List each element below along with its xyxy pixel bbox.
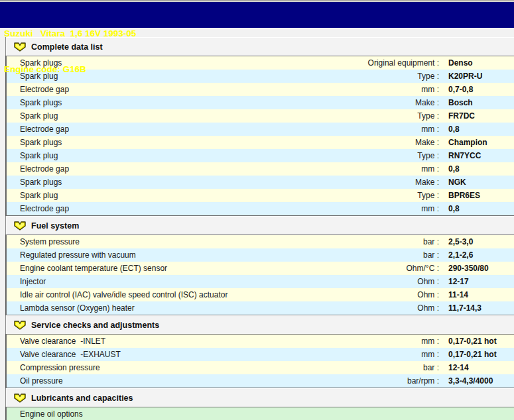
data-row[interactable]: Engine oil options	[7, 407, 514, 420]
data-row: Injector Ohm : 12-17	[7, 275, 514, 288]
row-value: 3,3-4,3/4000	[439, 376, 514, 386]
data-row: Valve clearance -INLET mm : 0,17-0,21 ho…	[7, 335, 514, 348]
data-row: Regulated pressure with vacuum bar : 2,1…	[7, 248, 514, 262]
section: Lubricants and capacities Engine oil opt…	[6, 388, 514, 420]
data-row: Spark plug Type : BPR6ES	[7, 189, 514, 202]
row-label: Spark plug	[20, 111, 58, 121]
section-rows-panel: Engine oil options	[6, 407, 514, 420]
row-key: Ohm :	[46, 277, 439, 286]
section-rows-panel: System pressure bar : 2,5-3,0 Regulated …	[6, 235, 514, 315]
row-label: System pressure	[20, 237, 80, 246]
row-label: Electrode gap	[20, 164, 69, 174]
row-key: Type :	[58, 151, 439, 160]
data-row: Compression pressure bar : 12-14	[7, 361, 514, 374]
data-row: System pressure bar : 2,5-3,0	[7, 235, 514, 248]
data-row: Electrode gap mm : 0,8	[7, 202, 514, 215]
section-header[interactable]: Complete data list	[6, 37, 514, 56]
section-marker-icon	[13, 393, 27, 403]
row-value: 0,17-0,21 hot	[439, 337, 514, 346]
data-row: Spark plugs Make : NGK	[7, 176, 514, 189]
row-label: Spark plugs	[20, 178, 62, 187]
row-key: Type :	[58, 72, 439, 81]
row-key: Type :	[58, 191, 439, 200]
data-row: Electrode gap mm : 0,8	[7, 123, 514, 136]
row-value: 11,7-14,3	[439, 303, 514, 313]
row-label: Spark plugs	[20, 58, 62, 68]
row-label: Engine coolant temperature (ECT) sensor	[20, 264, 167, 273]
row-value: 0,17-0,21 hot	[439, 350, 514, 359]
section-title: Service checks and adjustments	[31, 321, 159, 330]
row-label: Spark plug	[20, 151, 58, 160]
row-value: FR7DC	[439, 111, 514, 121]
row-value: RN7YCC	[439, 151, 514, 160]
row-key: mm :	[69, 204, 439, 213]
row-key: mm :	[69, 85, 439, 94]
data-row: Valve clearance -EXHAUST mm : 0,17-0,21 …	[7, 348, 514, 361]
row-label: Electrode gap	[20, 85, 69, 94]
row-key: mm :	[69, 164, 439, 174]
row-value: 2,5-3,0	[439, 237, 514, 246]
row-key: Make :	[62, 98, 439, 107]
row-label: Idle air control (IAC) valve/idle speed …	[20, 290, 227, 299]
row-label: Electrode gap	[20, 204, 69, 213]
row-key: mm :	[69, 125, 439, 134]
row-key: Ohm :	[135, 303, 439, 313]
row-label: Valve clearance -EXHAUST	[20, 350, 121, 359]
row-value: Denso	[439, 58, 514, 68]
row-label: Injector	[20, 277, 46, 286]
row-value: NGK	[439, 178, 514, 187]
section: Fuel system System pressure bar : 2,5-3,…	[6, 216, 514, 315]
row-label: Compression pressure	[20, 363, 100, 372]
row-value: 0,8	[439, 164, 514, 174]
row-value: BPR6ES	[439, 191, 514, 200]
row-value: 2,1-2,6	[439, 250, 514, 260]
data-row: Spark plugs Make : Bosch	[7, 96, 514, 109]
section-header[interactable]: Fuel system	[6, 216, 514, 235]
row-label: Regulated pressure with vacuum	[20, 250, 136, 260]
section: Service checks and adjustments Valve cle…	[6, 315, 514, 388]
row-key: bar :	[80, 237, 439, 246]
row-label: Electrode gap	[20, 125, 69, 134]
row-key: bar/rpm :	[63, 376, 439, 386]
row-value: 12-14	[439, 363, 514, 372]
section-title: Lubricants and capacities	[31, 394, 133, 403]
section-rows-panel: Valve clearance -INLET mm : 0,17-0,21 ho…	[6, 334, 514, 388]
section-marker-icon	[13, 320, 27, 331]
row-label: Spark plug	[20, 72, 58, 81]
row-key: Ohm :	[227, 290, 439, 299]
data-row: Lambda sensor (Oxygen) heater Ohm : 11,7…	[7, 301, 514, 315]
row-key: Make :	[62, 178, 439, 187]
row-label: Spark plugs	[20, 138, 62, 147]
data-row: Spark plug Type : FR7DC	[7, 109, 514, 123]
row-value: 0,8	[439, 204, 514, 213]
section-header[interactable]: Service checks and adjustments	[6, 315, 514, 334]
row-value: 0,7-0,8	[439, 85, 514, 94]
row-value: Bosch	[439, 98, 514, 107]
section-title: Complete data list	[31, 42, 103, 52]
row-key: mm :	[121, 350, 439, 359]
section-marker-icon	[13, 221, 27, 231]
section-rows-panel: Spark plugs Original equipment : Denso S…	[6, 56, 514, 216]
data-row: Spark plugs Make : Champion	[7, 136, 514, 149]
data-row: Spark plug Type : K20PR-U	[7, 70, 514, 83]
row-label: Valve clearance -INLET	[20, 337, 105, 346]
row-key: Make :	[62, 138, 439, 147]
sections-container: Complete data list Spark plugs Original …	[5, 37, 514, 420]
row-key: Type :	[58, 111, 439, 121]
data-row: Spark plug Type : RN7YCC	[7, 149, 514, 162]
row-value: Champion	[439, 138, 514, 147]
row-key: Ohm/°C :	[167, 264, 439, 273]
section-header[interactable]: Lubricants and capacities	[6, 388, 514, 407]
row-value: 0,8	[439, 125, 514, 134]
row-key: mm :	[105, 337, 439, 346]
row-key: Original equipment :	[62, 58, 439, 68]
row-key: bar :	[136, 250, 439, 260]
data-row: Electrode gap mm : 0,8	[7, 162, 514, 176]
row-label: Lambda sensor (Oxygen) heater	[20, 303, 135, 313]
row-value: 12-17	[439, 277, 514, 286]
row-label: Engine oil options	[20, 409, 83, 419]
row-label: Spark plugs	[20, 98, 62, 107]
section-marker-icon	[13, 42, 27, 52]
row-key: bar :	[100, 363, 439, 372]
row-value: 11-14	[439, 290, 514, 299]
